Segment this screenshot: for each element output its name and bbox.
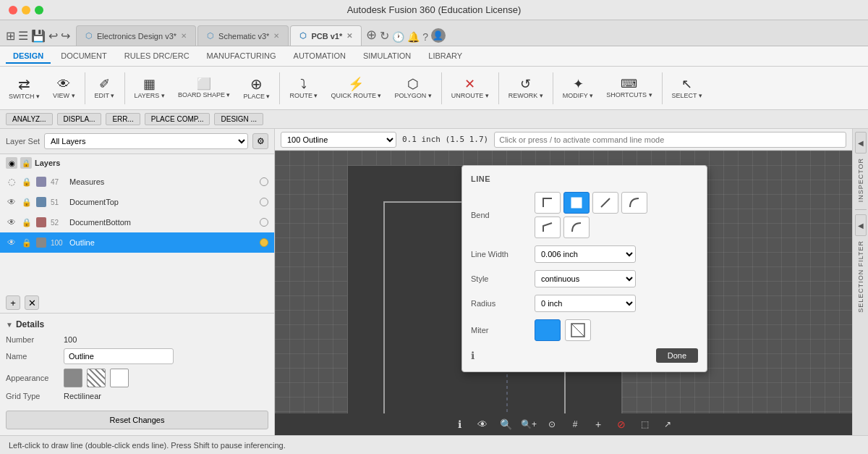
tab-electronics[interactable]: ⬡ Electronics Design v3* ✕: [76, 25, 196, 46]
bend-btn-4[interactable]: [621, 192, 647, 214]
route-icon[interactable]: ↗: [659, 416, 676, 433]
inspector-label[interactable]: INSPECTOR: [856, 155, 866, 205]
layer-row-47[interactable]: ◌ 🔒 47 Measures: [0, 172, 274, 192]
vis-47[interactable]: ◌: [6, 177, 17, 187]
board-shape-btn[interactable]: ⬜ BOARD SHAPE ▾: [172, 69, 237, 108]
cmd-input[interactable]: [494, 132, 846, 148]
errors-btn[interactable]: ERR...: [106, 113, 140, 125]
select-box-icon[interactable]: ⬚: [636, 416, 653, 433]
layer-row-51[interactable]: 👁 🔒 51 DocumentTop: [0, 192, 274, 212]
layer-set-select[interactable]: All Layers: [44, 133, 248, 149]
add-tab-btn[interactable]: ⊕: [366, 27, 377, 43]
tab-schematic[interactable]: ⬡ Schematic v3* ✕: [197, 25, 289, 46]
show-layers-icon[interactable]: 👁: [474, 416, 491, 433]
appearance-outline[interactable]: [110, 369, 129, 387]
active-47[interactable]: [260, 177, 268, 186]
lock-51[interactable]: 🔒: [22, 198, 32, 207]
zoom-fit-icon[interactable]: ⊙: [543, 416, 561, 433]
collapse-left-1[interactable]: ◀: [855, 132, 867, 154]
toolbar-tab-manufacturing[interactable]: MANUFACTURING: [200, 49, 284, 64]
tab-pcb-close[interactable]: ✕: [346, 32, 352, 40]
layer-row-52[interactable]: 👁 🔒 52 DocumentBottom: [0, 212, 274, 232]
lock-100[interactable]: 🔒: [22, 238, 32, 248]
lock-all-icon[interactable]: 🔒: [20, 157, 32, 169]
place-btn[interactable]: ⊕ PLACE ▾: [237, 69, 276, 108]
add-icon[interactable]: +: [590, 416, 607, 433]
zoom-in-icon[interactable]: 🔍+: [520, 416, 537, 433]
grid-icon[interactable]: #: [566, 416, 584, 433]
polygon-btn[interactable]: ⬡ POLYGON ▾: [388, 69, 437, 108]
save-icon[interactable]: 💾: [31, 29, 46, 43]
appearance-solid[interactable]: [64, 369, 82, 387]
add-layer-btn[interactable]: +: [6, 295, 20, 310]
vis-100[interactable]: 👁: [6, 237, 17, 248]
stop-icon[interactable]: ⊘: [613, 416, 630, 433]
unroute-btn[interactable]: ✕ UNROUTE ▾: [446, 69, 495, 108]
switch-btn[interactable]: ⇄ SWITCH ▾: [3, 69, 46, 108]
layer-row-100[interactable]: 👁 🔒 100 Outline: [0, 232, 274, 253]
toolbar-tab-automation[interactable]: AUTOMATION: [286, 49, 353, 64]
miter-btn-2[interactable]: [565, 319, 591, 341]
zoom-out-icon[interactable]: 🔍: [497, 416, 514, 433]
remove-layer-btn[interactable]: ✕: [25, 295, 39, 310]
menu-icon[interactable]: ☰: [18, 29, 28, 43]
maximize-button[interactable]: [35, 6, 43, 14]
details-header[interactable]: ▼ Details: [6, 319, 268, 329]
canvas-layer-select[interactable]: 100 Outline: [281, 132, 396, 148]
quick-route-btn[interactable]: ⚡ QUICK ROUTE ▾: [325, 69, 387, 108]
miter-btn-1[interactable]: [535, 319, 561, 341]
bend-btn-1[interactable]: [535, 192, 561, 214]
minimize-button[interactable]: [22, 6, 30, 14]
appearance-hatch[interactable]: [87, 369, 106, 387]
select-btn[interactable]: ↖ SELECT ▾: [666, 69, 708, 108]
active-51[interactable]: [260, 198, 268, 206]
route-btn[interactable]: ⤵ ROUTE ▾: [284, 69, 323, 108]
notification-icon[interactable]: 🔔: [407, 31, 420, 43]
vis-51[interactable]: 👁: [6, 197, 17, 207]
redo-icon[interactable]: ↪: [61, 29, 70, 43]
toolbar-tab-library[interactable]: LIBRARY: [421, 49, 469, 64]
line-width-select[interactable]: 0.006 inch: [535, 245, 636, 263]
collapse-left-2[interactable]: ◀: [855, 214, 867, 236]
toolbar-tab-rules[interactable]: RULES DRC/ERC: [117, 49, 197, 64]
analyze-btn[interactable]: ANALYZ...: [6, 113, 53, 125]
active-100[interactable]: [260, 238, 268, 247]
style-select[interactable]: continuous: [535, 270, 636, 287]
modify-btn[interactable]: ✦ MODIFY ▾: [557, 69, 599, 108]
view-btn[interactable]: 👁 VIEW ▾: [47, 69, 81, 108]
layer-set-gear[interactable]: ⚙: [252, 133, 268, 149]
bend-btn-5[interactable]: [535, 217, 561, 238]
tab-pcb[interactable]: ⬡ PCB v1* ✕: [290, 25, 362, 46]
vis-52[interactable]: 👁: [6, 217, 17, 227]
design-btn[interactable]: DESIGN ...: [214, 113, 263, 125]
rework-btn[interactable]: ↺ REWORK ▾: [503, 69, 549, 108]
toolbar-tab-simulation[interactable]: SIMULATION: [356, 49, 418, 64]
refresh-icon[interactable]: ↻: [380, 29, 389, 43]
shortcuts-btn[interactable]: ⌨ SHORTCUTS ▾: [600, 69, 658, 108]
clock-icon[interactable]: 🕐: [392, 31, 404, 43]
info-icon[interactable]: ℹ: [471, 350, 475, 361]
active-52[interactable]: [260, 218, 268, 227]
display-btn[interactable]: DISPLA...: [57, 113, 102, 125]
radius-select[interactable]: 0 inch: [535, 295, 636, 312]
undo-icon[interactable]: ↩: [48, 29, 58, 43]
selection-filter-label[interactable]: SELECTION FILTER: [856, 237, 866, 316]
bend-btn-2[interactable]: [563, 192, 590, 214]
name-input[interactable]: [64, 348, 174, 364]
bend-btn-6[interactable]: [563, 217, 590, 238]
toolbar-tab-document[interactable]: DOCUMENT: [54, 49, 114, 64]
bend-btn-3[interactable]: [592, 192, 618, 214]
user-avatar[interactable]: 👤: [431, 28, 446, 43]
close-button[interactable]: [9, 6, 17, 14]
tab-schematic-close[interactable]: ✕: [273, 32, 279, 40]
lock-47[interactable]: 🔒: [22, 177, 32, 187]
lock-52[interactable]: 🔒: [22, 218, 32, 227]
help-icon[interactable]: ?: [422, 31, 428, 43]
place-comp-btn[interactable]: PLACE COMP...: [145, 113, 210, 125]
canvas[interactable]: LINE Bend: [275, 151, 852, 413]
layers-btn[interactable]: ▦ LAYERS ▾: [129, 69, 171, 108]
new-tab-icon[interactable]: ⊞: [6, 29, 15, 43]
edit-btn[interactable]: ✐ EDIT ▾: [89, 69, 121, 108]
done-btn[interactable]: Done: [656, 348, 698, 363]
toolbar-tab-design[interactable]: DESIGN: [6, 49, 51, 64]
